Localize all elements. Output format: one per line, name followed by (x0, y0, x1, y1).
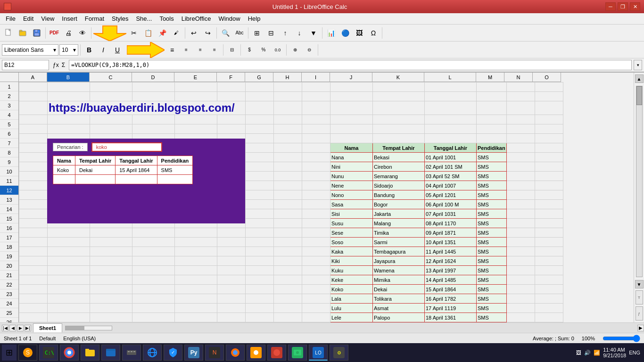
taskbar-app-photo[interactable] (288, 345, 307, 361)
cell-A23[interactable] (19, 294, 48, 304)
sidebar-scroll-up[interactable]: ▲ (635, 74, 644, 83)
cell-M6[interactable] (477, 134, 507, 143)
cell-N26[interactable] (506, 322, 535, 323)
vertical-scrollbar-track[interactable] (636, 86, 643, 277)
cell-L21[interactable]: 14 April 1485 (425, 275, 477, 285)
formula-input[interactable]: =VLOOKUP(C9,J8:M28,1,0) (69, 60, 632, 70)
cell-D26[interactable] (132, 322, 175, 323)
cell-F17[interactable] (217, 238, 246, 247)
row-header-12[interactable]: 12 (0, 186, 18, 195)
cell-K2[interactable] (373, 92, 425, 101)
cell-M1[interactable] (477, 82, 507, 92)
cell-F5[interactable] (217, 124, 246, 134)
cell-J17[interactable]: Soso (330, 238, 373, 247)
cell-B16[interactable] (48, 228, 90, 238)
cell-D16[interactable] (132, 228, 175, 238)
cell-H26[interactable] (274, 322, 302, 323)
cell-H15[interactable] (274, 219, 302, 228)
cell-H6[interactable] (274, 134, 302, 143)
cell-K15[interactable]: Malang (373, 219, 425, 228)
cell-J2[interactable] (330, 92, 373, 101)
cell-L6[interactable] (425, 134, 477, 143)
cell-O21[interactable] (535, 275, 563, 285)
cell-F26[interactable] (217, 322, 246, 323)
col-header-L[interactable]: L (424, 73, 476, 82)
cell-B25[interactable] (48, 313, 90, 322)
clone-format-button[interactable]: 🖌 (170, 26, 183, 40)
cell-J4[interactable] (330, 115, 373, 124)
cell-E24[interactable] (175, 304, 217, 313)
cell-M26[interactable]: SMS (477, 322, 507, 323)
cell-I23[interactable] (302, 294, 330, 304)
row-header-20[interactable]: 20 (0, 261, 18, 271)
cell-G19[interactable] (246, 256, 274, 266)
cell-K24[interactable]: Asmat (373, 304, 425, 313)
cell-N16[interactable] (506, 228, 535, 238)
cell-L2[interactable] (425, 92, 477, 101)
cell-G7[interactable] (246, 143, 274, 153)
cell-F23[interactable] (217, 294, 246, 304)
cell-L24[interactable]: 17 April 1119 (425, 304, 477, 313)
col-header-J[interactable]: J (330, 73, 372, 82)
cell-N8[interactable] (506, 153, 535, 162)
cell-L4[interactable] (425, 115, 477, 124)
taskbar-app-keyboard[interactable] (122, 345, 141, 361)
cell-N6[interactable] (506, 134, 535, 143)
cell-O12[interactable] (535, 190, 563, 200)
cell-J24[interactable]: Lulu (330, 304, 373, 313)
cell-G11[interactable] (246, 181, 274, 190)
col-header-E[interactable]: E (174, 73, 217, 82)
cell-E19[interactable] (175, 256, 217, 266)
cell-E26[interactable] (175, 322, 217, 323)
row-header-3[interactable]: 3 (0, 101, 18, 110)
taskbar-app-game[interactable] (267, 345, 286, 361)
row-header-15[interactable]: 15 (0, 214, 18, 223)
cell-N13[interactable] (506, 200, 535, 209)
row-header-6[interactable]: 6 (0, 129, 18, 139)
cell-J6[interactable] (330, 134, 373, 143)
cell-O15[interactable] (535, 219, 563, 228)
cell-D4[interactable] (132, 115, 175, 124)
cell-C26[interactable] (90, 322, 132, 323)
h-scroll-right[interactable]: ▶ (637, 325, 644, 331)
cell-L14[interactable]: 07 April 1031 (425, 209, 477, 219)
cell-J20[interactable]: Kuku (330, 266, 373, 275)
increase-indent-button[interactable]: ⊕ (289, 43, 302, 57)
cell-C4[interactable] (90, 115, 132, 124)
cell-C1[interactable] (90, 82, 132, 92)
cell-O20[interactable] (535, 266, 563, 275)
cell-J25[interactable]: Lele (330, 313, 373, 322)
cell-L20[interactable]: 13 April 1997 (425, 266, 477, 275)
cell-J1[interactable] (330, 82, 373, 92)
font-name-selector[interactable]: Liberation Sans ▾ (2, 44, 58, 56)
cell-N19[interactable] (506, 256, 535, 266)
col-header-A[interactable]: A (19, 73, 47, 82)
cell-M13[interactable]: SMS (477, 200, 507, 209)
cell-N10[interactable] (506, 172, 535, 181)
cell-H24[interactable] (274, 304, 302, 313)
row-header-8[interactable]: 8 (0, 148, 18, 157)
cell-B19[interactable] (48, 256, 90, 266)
close-button[interactable]: ✕ (630, 2, 640, 11)
special-char-button[interactable]: Ω (367, 26, 380, 40)
cell-K1[interactable] (373, 82, 425, 92)
sheet-nav-next[interactable]: ▶ (17, 325, 24, 331)
cell-O26[interactable] (535, 322, 563, 323)
col-header-M[interactable]: M (476, 73, 504, 82)
cell-I5[interactable] (302, 124, 330, 134)
cell-J19[interactable]: Kiki (330, 256, 373, 266)
start-button[interactable]: ⊞ (2, 345, 17, 361)
paste-button[interactable]: 📌 (156, 26, 169, 40)
zoom-slider[interactable] (603, 335, 640, 342)
row-header-10[interactable]: 10 (0, 167, 18, 176)
cell-J12[interactable]: Nono (330, 190, 373, 200)
cell-J5[interactable] (330, 124, 373, 134)
cell-M8[interactable]: SMS (477, 153, 507, 162)
cell-B23[interactable] (48, 294, 90, 304)
cell-I7[interactable] (302, 143, 330, 153)
chart-button[interactable]: 📊 (324, 26, 338, 40)
cell-L11[interactable]: 04 April 1007 (425, 181, 477, 190)
sheet-nav-prev[interactable]: ◀ (9, 325, 16, 331)
cell-M24[interactable]: SMS (477, 304, 507, 313)
cell-H11[interactable] (274, 181, 302, 190)
